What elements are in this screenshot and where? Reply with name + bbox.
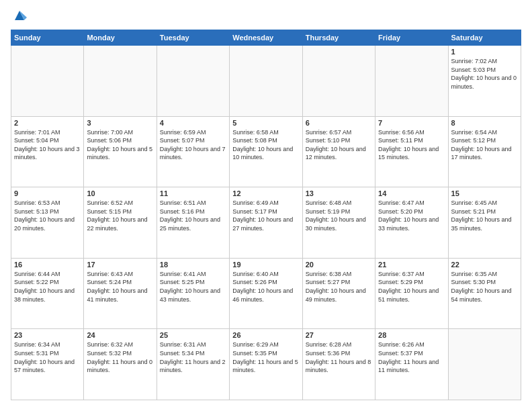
day-info: Sunrise: 6:56 AM Sunset: 5:11 PM Dayligh… [378, 128, 445, 162]
day-number: 12 [232, 189, 299, 197]
day-number: 14 [378, 189, 445, 197]
day-info: Sunrise: 6:59 AM Sunset: 5:07 PM Dayligh… [160, 128, 226, 162]
calendar-cell [157, 46, 229, 117]
calendar-cell: 17Sunrise: 6:43 AM Sunset: 5:24 PM Dayli… [84, 258, 157, 329]
day-info: Sunrise: 6:41 AM Sunset: 5:25 PM Dayligh… [160, 270, 226, 304]
calendar-cell: 22Sunrise: 6:35 AM Sunset: 5:30 PM Dayli… [448, 258, 521, 329]
day-info: Sunrise: 6:37 AM Sunset: 5:29 PM Dayligh… [378, 270, 445, 304]
day-info: Sunrise: 6:51 AM Sunset: 5:16 PM Dayligh… [160, 199, 226, 232]
weekday-header-monday: Monday [84, 30, 157, 46]
day-number: 9 [14, 189, 81, 197]
day-number: 3 [87, 119, 153, 127]
calendar-cell [375, 46, 448, 117]
calendar-cell: 1Sunrise: 7:02 AM Sunset: 5:03 PM Daylig… [448, 46, 521, 117]
calendar-cell: 6Sunrise: 6:57 AM Sunset: 5:10 PM Daylig… [302, 116, 375, 187]
header [11, 11, 521, 23]
day-info: Sunrise: 6:48 AM Sunset: 5:19 PM Dayligh… [306, 199, 372, 232]
calendar-cell: 14Sunrise: 6:47 AM Sunset: 5:20 PM Dayli… [375, 187, 448, 259]
calendar-cell: 19Sunrise: 6:40 AM Sunset: 5:26 PM Dayli… [230, 258, 302, 329]
calendar-header-row: SundayMondayTuesdayWednesdayThursdayFrid… [11, 30, 521, 46]
calendar-cell: 10Sunrise: 6:52 AM Sunset: 5:15 PM Dayli… [84, 187, 157, 259]
calendar-cell [230, 46, 302, 117]
day-info: Sunrise: 6:38 AM Sunset: 5:27 PM Dayligh… [306, 270, 372, 304]
calendar-cell: 12Sunrise: 6:49 AM Sunset: 5:17 PM Dayli… [230, 187, 302, 259]
calendar-week-1: 1Sunrise: 7:02 AM Sunset: 5:03 PM Daylig… [11, 46, 521, 117]
day-number: 8 [451, 119, 518, 127]
calendar-cell: 25Sunrise: 6:31 AM Sunset: 5:34 PM Dayli… [157, 329, 229, 400]
day-info: Sunrise: 7:02 AM Sunset: 5:03 PM Dayligh… [451, 57, 518, 91]
day-number: 6 [306, 119, 372, 127]
page: SundayMondayTuesdayWednesdayThursdayFrid… [0, 0, 532, 411]
calendar-cell [11, 46, 84, 117]
day-info: Sunrise: 6:44 AM Sunset: 5:22 PM Dayligh… [14, 270, 81, 304]
day-number: 10 [87, 189, 153, 197]
day-info: Sunrise: 6:57 AM Sunset: 5:10 PM Dayligh… [306, 128, 372, 162]
day-info: Sunrise: 6:31 AM Sunset: 5:34 PM Dayligh… [160, 340, 226, 374]
calendar-week-5: 23Sunrise: 6:34 AM Sunset: 5:31 PM Dayli… [11, 329, 521, 400]
calendar-week-4: 16Sunrise: 6:44 AM Sunset: 5:22 PM Dayli… [11, 258, 521, 329]
weekday-header-saturday: Saturday [448, 30, 521, 46]
day-info: Sunrise: 6:28 AM Sunset: 5:36 PM Dayligh… [306, 340, 372, 374]
day-number: 23 [14, 331, 81, 339]
calendar-cell: 3Sunrise: 7:00 AM Sunset: 5:06 PM Daylig… [84, 116, 157, 187]
calendar-cell: 5Sunrise: 6:58 AM Sunset: 5:08 PM Daylig… [230, 116, 302, 187]
day-number: 26 [232, 331, 299, 339]
day-info: Sunrise: 6:26 AM Sunset: 5:37 PM Dayligh… [378, 340, 445, 374]
day-info: Sunrise: 6:35 AM Sunset: 5:30 PM Dayligh… [451, 270, 518, 304]
calendar-week-3: 9Sunrise: 6:53 AM Sunset: 5:13 PM Daylig… [11, 187, 521, 259]
calendar-cell: 11Sunrise: 6:51 AM Sunset: 5:16 PM Dayli… [157, 187, 229, 259]
day-number: 1 [451, 48, 518, 56]
logo-icon [12, 8, 27, 23]
calendar-cell: 15Sunrise: 6:45 AM Sunset: 5:21 PM Dayli… [448, 187, 521, 259]
day-number: 16 [14, 261, 81, 269]
calendar-cell: 2Sunrise: 7:01 AM Sunset: 5:04 PM Daylig… [11, 116, 84, 187]
calendar-cell [448, 329, 521, 400]
day-number: 25 [160, 331, 226, 339]
day-info: Sunrise: 6:34 AM Sunset: 5:31 PM Dayligh… [14, 340, 81, 374]
calendar-cell: 23Sunrise: 6:34 AM Sunset: 5:31 PM Dayli… [11, 329, 84, 400]
calendar-cell: 7Sunrise: 6:56 AM Sunset: 5:11 PM Daylig… [375, 116, 448, 187]
day-number: 22 [451, 261, 518, 269]
calendar-cell: 4Sunrise: 6:59 AM Sunset: 5:07 PM Daylig… [157, 116, 229, 187]
calendar-cell: 13Sunrise: 6:48 AM Sunset: 5:19 PM Dayli… [302, 187, 375, 259]
calendar-cell: 9Sunrise: 6:53 AM Sunset: 5:13 PM Daylig… [11, 187, 84, 259]
day-number: 21 [378, 261, 445, 269]
day-info: Sunrise: 6:58 AM Sunset: 5:08 PM Dayligh… [232, 128, 299, 162]
day-number: 24 [87, 331, 153, 339]
day-number: 27 [306, 331, 372, 339]
calendar-cell: 16Sunrise: 6:44 AM Sunset: 5:22 PM Dayli… [11, 258, 84, 329]
day-info: Sunrise: 6:43 AM Sunset: 5:24 PM Dayligh… [87, 270, 153, 304]
day-info: Sunrise: 6:29 AM Sunset: 5:35 PM Dayligh… [232, 340, 299, 374]
calendar-cell: 28Sunrise: 6:26 AM Sunset: 5:37 PM Dayli… [375, 329, 448, 400]
calendar-cell: 27Sunrise: 6:28 AM Sunset: 5:36 PM Dayli… [302, 329, 375, 400]
calendar-table: SundayMondayTuesdayWednesdayThursdayFrid… [11, 30, 521, 400]
day-number: 19 [232, 261, 299, 269]
day-info: Sunrise: 7:01 AM Sunset: 5:04 PM Dayligh… [14, 128, 81, 162]
day-number: 11 [160, 189, 226, 197]
calendar-cell: 20Sunrise: 6:38 AM Sunset: 5:27 PM Dayli… [302, 258, 375, 329]
day-number: 7 [378, 119, 445, 127]
day-info: Sunrise: 7:00 AM Sunset: 5:06 PM Dayligh… [87, 128, 153, 162]
calendar-cell: 18Sunrise: 6:41 AM Sunset: 5:25 PM Dayli… [157, 258, 229, 329]
calendar-cell: 8Sunrise: 6:54 AM Sunset: 5:12 PM Daylig… [448, 116, 521, 187]
day-info: Sunrise: 6:47 AM Sunset: 5:20 PM Dayligh… [378, 199, 445, 232]
logo [11, 11, 27, 23]
day-number: 28 [378, 331, 445, 339]
weekday-header-wednesday: Wednesday [230, 30, 302, 46]
calendar-cell: 21Sunrise: 6:37 AM Sunset: 5:29 PM Dayli… [375, 258, 448, 329]
day-number: 20 [306, 261, 372, 269]
day-number: 5 [232, 119, 299, 127]
day-number: 17 [87, 261, 153, 269]
calendar-cell: 26Sunrise: 6:29 AM Sunset: 5:35 PM Dayli… [230, 329, 302, 400]
day-info: Sunrise: 6:54 AM Sunset: 5:12 PM Dayligh… [451, 128, 518, 162]
day-info: Sunrise: 6:45 AM Sunset: 5:21 PM Dayligh… [451, 199, 518, 232]
day-info: Sunrise: 6:53 AM Sunset: 5:13 PM Dayligh… [14, 199, 81, 232]
day-number: 4 [160, 119, 226, 127]
day-info: Sunrise: 6:52 AM Sunset: 5:15 PM Dayligh… [87, 199, 153, 232]
weekday-header-sunday: Sunday [11, 30, 84, 46]
day-info: Sunrise: 6:40 AM Sunset: 5:26 PM Dayligh… [232, 270, 299, 304]
weekday-header-friday: Friday [375, 30, 448, 46]
calendar-cell [302, 46, 375, 117]
calendar-cell [84, 46, 157, 117]
day-info: Sunrise: 6:49 AM Sunset: 5:17 PM Dayligh… [232, 199, 299, 232]
